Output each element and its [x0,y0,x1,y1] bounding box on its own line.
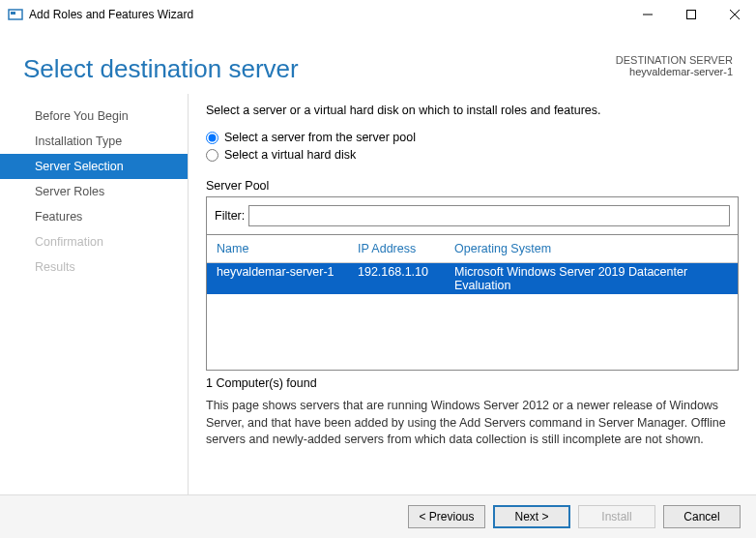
sidebar-item-server-selection[interactable]: Server Selection [0,154,188,179]
server-row[interactable]: heyvaldemar-server-1 192.168.1.10 Micros… [207,263,738,294]
column-header-os[interactable]: Operating System [454,242,732,255]
sidebar-item-results: Results [0,254,188,280]
server-pool-label: Server Pool [206,179,739,193]
sidebar-item-confirmation: Confirmation [0,229,188,254]
cancel-button[interactable]: Cancel [663,505,741,528]
destination-heading: DESTINATION SERVER [616,54,733,66]
titlebar: Add Roles and Features Wizard [0,0,756,29]
radio-select-server-pool[interactable]: Select a server from the server pool [206,131,739,144]
radio-input-vhd[interactable] [206,149,218,162]
filter-row: Filter: [207,197,738,235]
next-button[interactable]: Next > [493,505,570,528]
server-row-name: heyvaldemar-server-1 [213,265,358,292]
svg-rect-3 [686,10,695,18]
radio-label-vhd: Select a virtual hard disk [224,148,356,162]
window-controls [625,0,756,29]
radio-select-vhd[interactable]: Select a virtual hard disk [206,148,739,162]
content: Before You Begin Installation Type Serve… [0,94,756,494]
install-button: Install [578,505,655,528]
instruction-text: Select a server or a virtual hard disk o… [206,104,739,117]
server-table-header: Name IP Address Operating System [207,235,738,263]
sidebar-item-server-roles[interactable]: Server Roles [0,179,188,204]
destination-server: heyvaldemar-server-1 [616,66,733,77]
app-icon [8,7,23,22]
help-text: This page shows servers that are running… [206,398,739,449]
server-row-os: Microsoft Windows Server 2019 Datacenter… [454,265,732,292]
computer-count: 1 Computer(s) found [206,376,739,390]
main-panel: Select a server or a virtual hard disk o… [189,94,756,494]
maximize-button[interactable] [669,0,712,29]
column-header-name[interactable]: Name [213,242,358,255]
radio-label-pool: Select a server from the server pool [224,131,416,144]
svg-rect-1 [11,12,15,15]
sidebar-item-before-you-begin[interactable]: Before You Begin [0,104,188,129]
header: Select destination server DESTINATION SE… [0,29,756,94]
column-header-ip[interactable]: IP Address [358,242,454,255]
close-button[interactable] [712,0,756,29]
filter-input[interactable] [248,205,730,226]
radio-input-pool[interactable] [206,132,218,144]
wizard-steps-sidebar: Before You Begin Installation Type Serve… [0,94,189,494]
filter-label: Filter: [215,209,245,223]
button-bar: < Previous Next > Install Cancel [0,494,756,538]
minimize-button[interactable] [625,0,669,29]
server-pool-box: Filter: Name IP Address Operating System… [206,196,739,371]
server-table-body: heyvaldemar-server-1 192.168.1.10 Micros… [207,263,738,370]
destination-label: DESTINATION SERVER heyvaldemar-server-1 [616,54,733,77]
sidebar-item-installation-type[interactable]: Installation Type [0,129,188,154]
sidebar-item-features[interactable]: Features [0,204,188,229]
previous-button[interactable]: < Previous [408,505,485,528]
window-title: Add Roles and Features Wizard [29,8,193,21]
server-row-ip: 192.168.1.10 [358,265,454,292]
page-title: Select destination server [23,54,299,84]
